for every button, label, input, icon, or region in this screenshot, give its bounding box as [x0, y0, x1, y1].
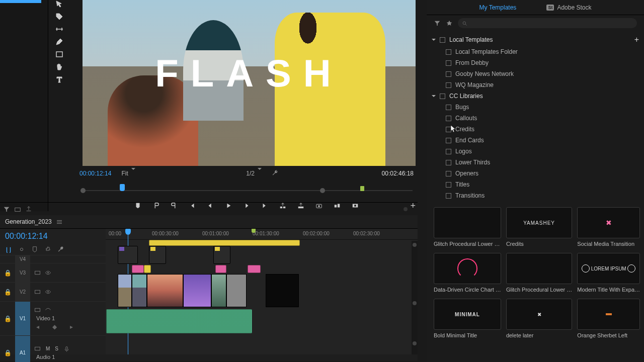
checkbox[interactable] [446, 105, 451, 110]
time-ruler[interactable]: 00:00 00:00:30:00 00:01:00:00 00:01:30:0… [106, 229, 418, 240]
tree-item[interactable]: WQ Magazine [432, 79, 639, 90]
checkbox[interactable] [446, 60, 451, 66]
toggle-output-icon[interactable] [34, 345, 41, 352]
filter-icon[interactable] [434, 20, 441, 27]
rectangle-tool-icon[interactable] [52, 50, 66, 58]
clip[interactable] [215, 265, 226, 273]
checkbox[interactable] [446, 82, 451, 88]
clip[interactable] [266, 274, 299, 307]
lock-icon[interactable]: 🔒 [0, 289, 15, 296]
lock-icon[interactable]: 🔒 [0, 315, 15, 322]
tree-group-cc-libraries[interactable]: CC Libraries [432, 90, 639, 102]
current-timecode[interactable]: 00:00:12:14 [79, 170, 111, 177]
snap-icon[interactable] [5, 246, 12, 253]
tree-item[interactable]: Local Templates Folder [432, 46, 639, 57]
program-scrub-bar[interactable] [80, 184, 413, 194]
clip[interactable] [248, 265, 261, 273]
track-v2[interactable]: V2 [15, 283, 30, 301]
tree-item[interactable]: Callouts [432, 113, 639, 124]
disclosure-triangle-icon[interactable] [432, 95, 436, 99]
template-card[interactable]: MINIMAL Bold Minimal Title [434, 299, 501, 338]
template-card[interactable]: Data-Driven Circle Chart … [434, 253, 501, 293]
type-tool-icon[interactable] [52, 75, 66, 83]
checkbox[interactable] [446, 193, 451, 199]
tree-item[interactable]: Transitions [432, 190, 639, 201]
template-card[interactable]: YAMASHEY Credits [506, 207, 572, 247]
program-monitor-viewport[interactable]: FLASH [83, 0, 416, 166]
checkbox[interactable] [446, 71, 451, 77]
clip[interactable] [132, 274, 147, 307]
toggle-output-icon[interactable] [34, 289, 41, 295]
checkbox[interactable] [440, 37, 445, 43]
mute-button[interactable]: M [46, 346, 50, 351]
clip[interactable] [147, 274, 183, 307]
tree-item[interactable]: From Debby [432, 57, 639, 68]
track-a1[interactable]: A1 [15, 336, 30, 362]
tree-item[interactable]: Titles [432, 179, 639, 190]
tab-adobe-stock[interactable]: St Adobe Stock [546, 4, 591, 11]
clip[interactable] [211, 274, 226, 307]
lock-icon[interactable]: 🔒 [0, 269, 15, 277]
audio-clip[interactable] [106, 309, 252, 333]
clip[interactable] [118, 274, 132, 307]
wrench-icon[interactable] [272, 169, 279, 178]
wrench-icon[interactable] [57, 246, 64, 253]
clip[interactable] [183, 274, 211, 307]
template-card[interactable]: Orange Sherbet Left [577, 299, 640, 338]
checkbox[interactable] [446, 171, 451, 176]
track-v1[interactable]: V1 [15, 302, 30, 335]
linked-selection-icon[interactable] [18, 246, 25, 253]
clip[interactable] [132, 265, 144, 273]
playhead-icon[interactable] [120, 184, 125, 191]
tree-item[interactable]: Credits [432, 124, 639, 135]
timeline-timecode[interactable]: 00:00:12:14 [0, 229, 106, 244]
template-card[interactable]: LOREM IPSUM Modern Title With Expa… [577, 253, 640, 293]
arrow-tool-icon[interactable] [52, 0, 66, 8]
add-keyframe-icon[interactable]: ◆ [52, 323, 57, 330]
prev-keyframe-icon[interactable]: ◂ [36, 323, 39, 330]
checkbox[interactable] [446, 138, 451, 143]
new-bin-icon[interactable] [14, 206, 21, 213]
tab-my-templates[interactable]: My Templates [479, 4, 517, 11]
sequence-marker-icon[interactable] [252, 229, 256, 233]
toggle-output-icon[interactable] [34, 307, 41, 313]
span-tool-icon[interactable] [52, 25, 66, 33]
zoom-fit-dropdown[interactable]: Fit [117, 169, 139, 178]
tree-item[interactable]: Gooby News Network [432, 68, 639, 79]
clip[interactable] [213, 246, 230, 264]
tree-item[interactable]: Logos [432, 146, 639, 157]
out-point-marker-icon[interactable] [360, 186, 364, 191]
track-v3[interactable]: V3 [15, 263, 30, 282]
clip[interactable] [149, 240, 300, 246]
clip[interactable] [226, 274, 247, 307]
eye-icon[interactable] [45, 307, 51, 313]
search-input[interactable] [458, 18, 637, 28]
template-card[interactable]: Glitch Procedural Lower … [434, 207, 501, 247]
checkbox[interactable] [446, 149, 451, 154]
sequence-tab[interactable]: Generation_2023 [0, 215, 418, 229]
sequence-menu-icon[interactable] [57, 220, 62, 224]
disclosure-triangle-icon[interactable] [432, 39, 436, 43]
checkbox[interactable] [446, 160, 451, 165]
template-card[interactable]: Glitch Procedural Lower … [506, 253, 572, 293]
tree-group-local-templates[interactable]: Local Templates + [432, 33, 639, 46]
filter-icon[interactable] [3, 206, 10, 213]
voiceover-icon[interactable] [63, 345, 70, 352]
checkbox[interactable] [440, 94, 445, 99]
hand-tool-icon[interactable] [52, 63, 66, 71]
tag-tool-icon[interactable] [52, 13, 66, 21]
source-panel-active-tab[interactable] [0, 0, 41, 3]
settings-icon[interactable] [44, 246, 51, 253]
checkbox[interactable] [446, 116, 451, 121]
toggle-output-icon[interactable] [34, 269, 41, 276]
tree-item[interactable]: Lower Thirds [432, 157, 639, 168]
panel-resize-dot[interactable] [404, 207, 408, 211]
eye-icon[interactable] [45, 269, 51, 276]
tree-item[interactable]: Bugs [432, 102, 639, 113]
tree-item[interactable]: End Cards [432, 135, 639, 146]
template-card[interactable]: ✖ delete later [506, 299, 572, 338]
clip[interactable] [149, 246, 166, 264]
eye-icon[interactable] [45, 289, 51, 295]
checkbox[interactable] [446, 182, 451, 188]
clip[interactable] [118, 246, 138, 264]
